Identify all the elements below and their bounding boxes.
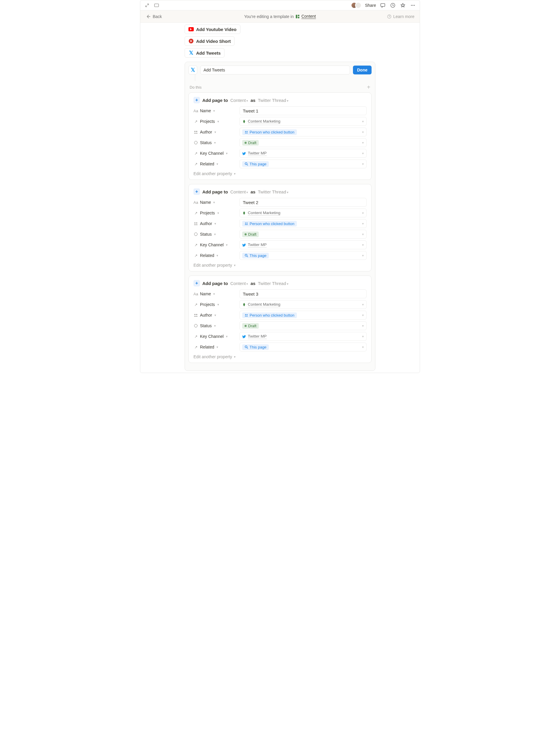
favorite-icon[interactable] [400, 2, 406, 8]
x-icon: 𝕏 [189, 50, 194, 56]
updates-icon[interactable] [390, 2, 396, 8]
edit-another-property-button[interactable]: Edit another property ▾ [193, 263, 367, 267]
prop-label-status[interactable]: Status ▾ [193, 323, 237, 328]
chevron-down-icon: ▾ [362, 130, 364, 134]
svg-point-13 [247, 131, 248, 132]
related-select[interactable]: This page ▾ [240, 343, 367, 351]
chevron-down-icon: ▾ [362, 313, 364, 317]
prop-label-text: Key Channel [200, 334, 224, 339]
status-badge: Draft [242, 323, 259, 329]
youtube-icon [189, 27, 194, 32]
trigger-name-input[interactable]: Add Tweets [200, 65, 350, 75]
prop-label-status[interactable]: Status ▾ [193, 140, 237, 145]
key-channel-select[interactable]: Twitter MP ▾ [240, 240, 367, 249]
key-channel-value: Twitter MP [248, 242, 267, 248]
leaf-icon [242, 303, 246, 307]
prop-label-name[interactable]: Aa Name ▾ [193, 108, 237, 113]
prop-label-related[interactable]: ↗ Related ▾ [193, 162, 237, 166]
svg-point-22 [194, 314, 196, 315]
status-badge: Draft [242, 140, 259, 146]
share-button[interactable]: Share [365, 3, 376, 8]
prop-label-projects[interactable]: ↗ Projects ▾ [193, 210, 237, 215]
app-window: Share Back You're editing a template in [140, 0, 420, 373]
trigger-name-text: Add Tweets [203, 68, 225, 73]
as-label: as [250, 98, 255, 103]
add-page-to-label: Add page to [202, 281, 228, 286]
learn-more-button[interactable]: Learn more [387, 14, 414, 19]
status-property-icon [193, 232, 198, 236]
prop-label-related[interactable]: ↗ Related ▾ [193, 253, 237, 258]
name-input[interactable]: Tweet 2 [240, 198, 367, 207]
card-title-row[interactable]: + Add page to Content▾ as Twitter Thread… [193, 97, 367, 103]
card-title-row[interactable]: + Add page to Content▾ as Twitter Thread… [193, 189, 367, 195]
status-select[interactable]: Draft ▾ [240, 230, 367, 239]
related-select[interactable]: This page ▾ [240, 160, 367, 168]
author-value: Person who clicked button [250, 222, 295, 226]
card-title-row[interactable]: + Add page to Content▾ as Twitter Thread… [193, 280, 367, 286]
window-mode-icon[interactable] [153, 2, 160, 8]
related-select[interactable]: This page ▾ [240, 251, 367, 260]
prop-label-key-channel[interactable]: ↗ Key Channel ▾ [193, 242, 237, 247]
prop-label-text: Status [200, 232, 212, 236]
related-value: This page [250, 253, 267, 258]
more-icon[interactable] [410, 2, 416, 8]
back-button[interactable]: Back [146, 14, 162, 19]
prop-label-key-channel[interactable]: ↗ Key Channel ▾ [193, 334, 237, 339]
prop-label-text: Key Channel [200, 151, 224, 155]
comments-icon[interactable] [380, 2, 386, 8]
database-icon [296, 15, 300, 19]
key-channel-value: Twitter MP [248, 334, 267, 339]
status-select[interactable]: Draft ▾ [240, 138, 367, 147]
as-label: as [250, 189, 255, 194]
banner-text: You're editing a template in Content [244, 14, 316, 19]
prop-label-author[interactable]: Author ▾ [193, 221, 237, 226]
author-select[interactable]: Person who clicked button ▾ [240, 311, 367, 319]
prop-label-name[interactable]: Aa Name ▾ [193, 291, 237, 296]
author-select[interactable]: Person who clicked button ▾ [240, 127, 367, 137]
key-channel-select[interactable]: Twitter MP ▾ [240, 149, 367, 158]
prop-label-text: Name [200, 291, 211, 296]
key-channel-select[interactable]: Twitter MP ▾ [240, 332, 367, 341]
prop-label-text: Author [200, 221, 212, 226]
as-label: as [250, 281, 255, 286]
database-link[interactable]: Content [301, 14, 316, 19]
projects-select[interactable]: Content Marketing ▾ [240, 117, 367, 126]
avatar-stack[interactable] [351, 2, 362, 8]
prop-label-author[interactable]: Author ▾ [193, 130, 237, 134]
add-step-button[interactable]: + [367, 84, 370, 91]
author-select[interactable]: Person who clicked button ▾ [240, 219, 367, 228]
twitter-icon [242, 243, 246, 247]
button-chip-youtube[interactable]: Add Youtube Video [185, 25, 241, 34]
prop-label-projects[interactable]: ↗ Projects ▾ [193, 302, 237, 307]
prop-label-status[interactable]: Status ▾ [193, 232, 237, 236]
twitter-icon [242, 335, 246, 339]
prop-label-name[interactable]: Aa Name ▾ [193, 200, 237, 205]
status-select[interactable]: Draft ▾ [240, 321, 367, 330]
svg-point-16 [194, 222, 196, 224]
button-chip-short[interactable]: Add Video Short [185, 36, 234, 46]
projects-value: Content Marketing [248, 210, 280, 216]
prop-label-key-channel[interactable]: ↗ Key Channel ▾ [193, 151, 237, 155]
edit-another-property-button[interactable]: Edit another property ▾ [193, 354, 367, 359]
button-chip-tweets[interactable]: 𝕏 Add Tweets [185, 48, 224, 58]
relation-icon: ↗ [193, 303, 198, 307]
expand-icon[interactable] [144, 2, 150, 8]
name-input[interactable]: Tweet 3 [240, 289, 367, 298]
text-property-icon: Aa [193, 200, 198, 205]
done-button[interactable]: Done [353, 65, 371, 75]
name-input[interactable]: Tweet 1 [240, 106, 367, 115]
svg-point-14 [194, 141, 197, 144]
edit-another-property-button[interactable]: Edit another property ▾ [193, 171, 367, 176]
edit-another-label: Edit another property [193, 354, 232, 359]
relation-icon: ↗ [193, 211, 198, 215]
projects-select[interactable]: Content Marketing ▾ [240, 300, 367, 309]
projects-select[interactable]: Content Marketing ▾ [240, 208, 367, 218]
prop-label-author[interactable]: Author ▾ [193, 313, 237, 317]
prop-label-related[interactable]: ↗ Related ▾ [193, 345, 237, 349]
name-value: Tweet 3 [243, 291, 258, 296]
trigger-icon-button[interactable]: 𝕏 [189, 65, 197, 75]
prop-label-text: Name [200, 108, 211, 113]
prop-label-projects[interactable]: ↗ Projects ▾ [193, 119, 237, 124]
svg-point-25 [247, 314, 248, 315]
prop-label-text: Key Channel [200, 242, 224, 247]
